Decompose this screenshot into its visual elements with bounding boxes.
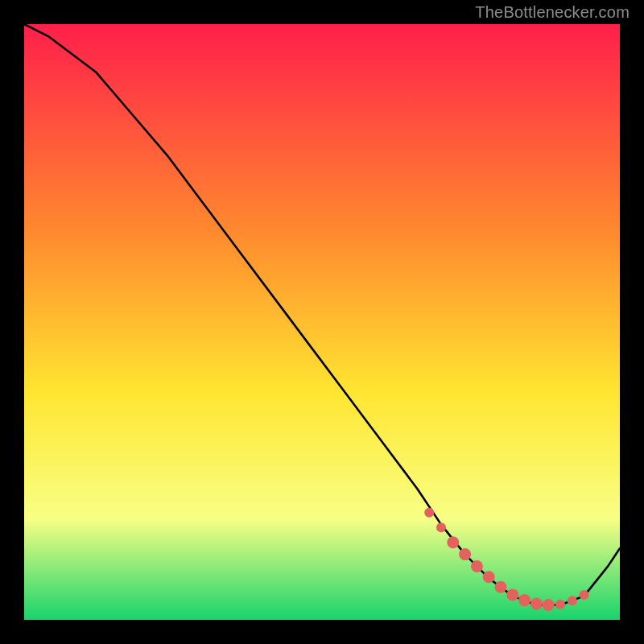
curve-marker [424, 508, 434, 518]
curve-marker [459, 548, 471, 560]
curve-marker [543, 599, 555, 611]
curve-marker [471, 560, 483, 572]
curve-marker [506, 588, 518, 601]
curve-marker [495, 581, 507, 593]
curve-marker [580, 590, 589, 600]
curve-marker [518, 594, 530, 606]
curve-marker [436, 522, 446, 532]
curve-marker [568, 596, 577, 605]
attribution-text: TheBottlenecker.com [475, 3, 630, 22]
curve-marker [555, 600, 565, 609]
curve-marker [447, 536, 459, 548]
curve-marker [530, 598, 543, 610]
curve-marker [483, 571, 495, 583]
chart-stage: TheBottlenecker.com [0, 0, 644, 644]
chart-svg [24, 24, 620, 620]
plot-area [24, 24, 620, 620]
chart-background [24, 24, 620, 620]
